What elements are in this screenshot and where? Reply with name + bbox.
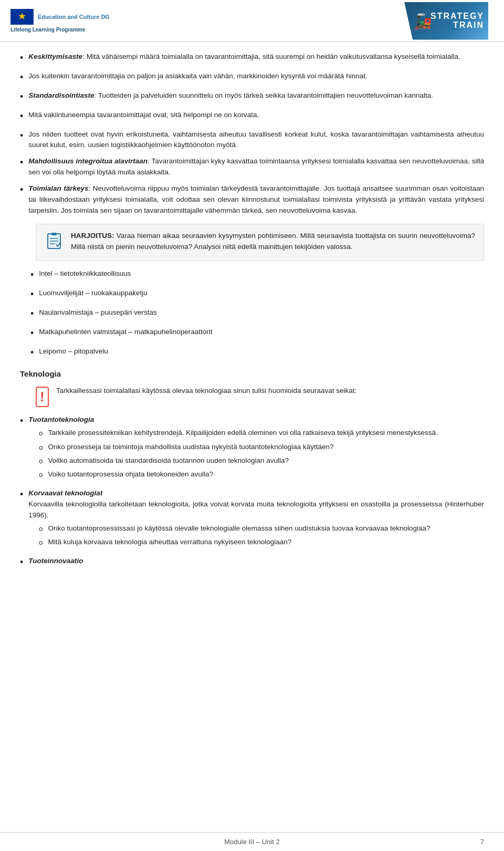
bullet1-text: Keskittymisaste: Mitä vähäisempi määrä t…	[28, 51, 484, 63]
strategy-train-text: STRATEGY TRAIN	[430, 12, 484, 30]
teknologia-heading: Teknologia	[20, 369, 484, 378]
bullet2-text: Jos kuitenkin tavarantoimittajia on palj…	[28, 71, 484, 82]
list-item: Jos kuitenkin tavarantoimittajia on palj…	[20, 71, 484, 85]
main-bullet-list: Keskittymisaste: Mitä vähäisempi määrä t…	[20, 51, 484, 216]
list-item: Intel – tietotekniikkateollisuus	[30, 268, 484, 283]
lifelong-text: Lifelong Learning Programme	[10, 27, 85, 33]
korvaavat-sub-1: Mitä kuluja korvaava teknologia aiheutta…	[48, 537, 484, 548]
tuotanto-sub-3: Voiko tuotantoprosessia ohjata tietokone…	[48, 469, 484, 480]
list-item: Tarkkaile prosessitekniikan kehitystrend…	[39, 428, 484, 439]
tuoteinnovaatio-label: Tuoteinnovaatio	[28, 556, 484, 567]
list-item: Matkapuhelinten valmistajat – matkapuhel…	[30, 327, 484, 341]
svg-rect-3	[51, 233, 57, 235]
list-item: Onko prosesseja tai toimintoja mahdollis…	[39, 442, 484, 453]
eu-flag-icon: ★	[10, 9, 34, 25]
list-item: Luomuviljelijät – ruokakauppaketju	[30, 288, 484, 302]
korvaavat-sub-0: Onko tuotantoprosessissasi jo käytössä o…	[48, 523, 484, 534]
list-item: Voiko tuotantoprosessia ohjata tietokone…	[39, 469, 484, 480]
list-item: Onko tuotantoprosessissasi jo käytössä o…	[39, 523, 484, 534]
tuotanto-sub-2: Voitko automatisoida tai standardisoida …	[48, 455, 484, 466]
list-item: Mitä kuluja korvaava teknologia aiheutta…	[39, 537, 484, 548]
company-item-1: Luomuviljelijät – ruokakauppaketju	[39, 288, 484, 299]
list-item: Naulanvalmistaja – puusepän verstas	[30, 307, 484, 321]
list-item: Tuotantoteknologia Tarkkaile prosessitek…	[20, 414, 484, 482]
korvaavat-sub-list: Onko tuotantoprosessissasi jo käytössä o…	[39, 523, 484, 548]
list-item: Mitä vakiintuneempia tavarantoimittajat …	[20, 110, 484, 124]
list-item: Standardisointiaste: Tuotteiden ja palve…	[20, 90, 484, 105]
svg-text:★: ★	[18, 11, 26, 22]
eu-logo: ★ Education and Culture DG	[10, 9, 110, 25]
list-item: Leipomo – pitopalvelu	[30, 346, 484, 360]
footer-page-number: 7	[480, 838, 484, 846]
clipboard-icon	[45, 232, 64, 251]
bullet4-text: Mitä vakiintuneempia tavarantoimittajat …	[28, 110, 484, 121]
korvaavat-label-text: Korvaavat teknologiat Korvaavilla teknol…	[28, 488, 484, 551]
exercise-text: HARJOITUS: Varaa hieman aikaa seuraavien…	[71, 231, 475, 253]
header-left: ★ Education and Culture DG Lifelong Lear…	[10, 9, 110, 33]
header: ★ Education and Culture DG Lifelong Lear…	[0, 0, 504, 42]
strategy-train-logo: 🚂 STRATEGY TRAIN	[404, 2, 488, 40]
company-list: Intel – tietotekniikkateollisuus Luomuvi…	[30, 268, 484, 360]
exercise-icon	[45, 232, 64, 254]
bullet7-text: Toimialan tärkeys: Neuvotteluvoima riipp…	[28, 183, 484, 216]
exclamation-icon: !	[36, 387, 49, 407]
bullet6-text: Mahdollisuus integroitua alavirtaan: Tav…	[28, 156, 484, 178]
list-item: Korvaavat teknologiat Korvaavilla teknol…	[20, 488, 484, 551]
list-item: Voitko automatisoida tai standardisoida …	[39, 455, 484, 466]
tuotanto-sub-0: Tarkkaile prosessitekniikan kehitystrend…	[48, 428, 484, 439]
teknologia-section: Teknologia ! Tarkkaillessasi toimialalla…	[20, 369, 484, 569]
company-item-2: Naulanvalmistaja – puusepän verstas	[39, 307, 484, 318]
bullet3-text: Standardisointiaste: Tuotteiden ja palve…	[28, 90, 484, 101]
eu-dg-text: Education and Culture DG	[38, 13, 110, 20]
attention-box: ! Tarkkaillessasi toimialallasi käytössä…	[36, 386, 484, 407]
tuotanto-sub-1: Onko prosesseja tai toimintoja mahdollis…	[48, 442, 484, 453]
bullet5-text: Jos niiden tuotteet ovat hyvin erikoistu…	[28, 129, 484, 151]
list-item: Toimialan tärkeys: Neuvotteluvoima riipp…	[20, 183, 484, 216]
company-item-0: Intel – tietotekniikkateollisuus	[39, 268, 484, 279]
list-item: Keskittymisaste: Mitä vähäisempi määrä t…	[20, 51, 484, 66]
main-content: Keskittymisaste: Mitä vähäisempi määrä t…	[0, 42, 504, 585]
company-item-4: Leipomo – pitopalvelu	[39, 346, 484, 357]
list-item: Mahdollisuus integroitua alavirtaan: Tav…	[20, 156, 484, 178]
attention-text: Tarkkaillessasi toimialallasi käytössä o…	[56, 386, 484, 397]
list-item: Tuoteinnovaatio	[20, 556, 484, 570]
footer: Module III – Unit 2 7	[0, 832, 504, 851]
tuotantoteknologia-label: Tuotantoteknologia Tarkkaile prosessitek…	[28, 414, 484, 482]
train-icon: 🚂	[414, 12, 432, 29]
footer-center-text: Module III – Unit 2	[224, 838, 280, 846]
list-item: Jos niiden tuotteet ovat hyvin erikoistu…	[20, 129, 484, 151]
company-item-3: Matkapuhelinten valmistajat – matkapuhel…	[39, 327, 484, 338]
tuotantoteknologia-list: Tuotantoteknologia Tarkkaile prosessitek…	[20, 414, 484, 569]
tuotanto-sub-list: Tarkkaile prosessitekniikan kehitystrend…	[39, 428, 484, 480]
exercise-box: HARJOITUS: Varaa hieman aikaa seuraavien…	[36, 224, 484, 261]
